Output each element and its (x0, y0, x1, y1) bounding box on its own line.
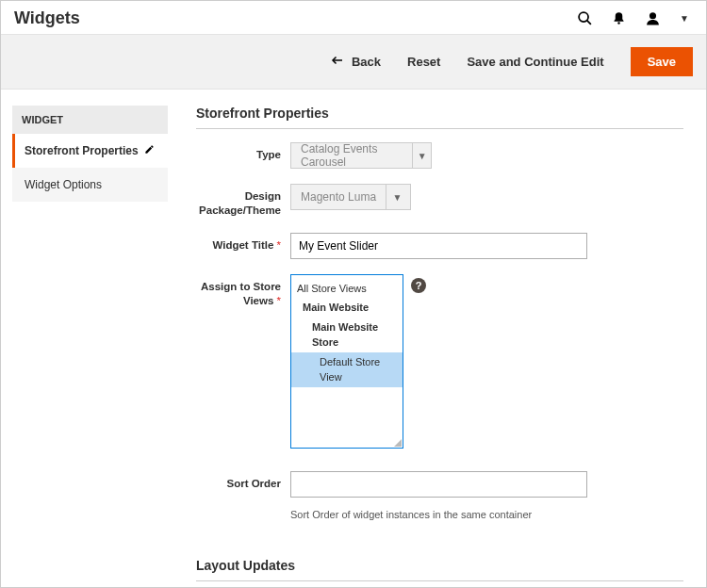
field-label-type: Type (196, 142, 290, 162)
field-assign-store-views: Assign to Store Views All Store Views Ma… (196, 274, 683, 449)
field-label-theme: Design Package/Theme (196, 184, 290, 218)
type-select[interactable]: Catalog Events Carousel ▼ (290, 142, 432, 169)
store-view-option-all[interactable]: All Store Views (291, 279, 403, 299)
sidebar-title: WIDGET (12, 106, 168, 134)
sidebar-item-label: Storefront Properties (25, 144, 139, 157)
sort-order-input[interactable] (290, 471, 587, 498)
section-title-layout: Layout Updates (196, 558, 683, 581)
section-title-storefront: Storefront Properties (196, 106, 683, 129)
page-header: Widgets ▼ (1, 1, 706, 34)
store-view-option-default[interactable]: Default Store View (291, 352, 403, 387)
sidebar-item-widget-options[interactable]: Widget Options (12, 168, 168, 202)
field-label-sort-order: Sort Order (196, 471, 290, 491)
sort-order-helper: Sort Order of widget instances in the sa… (290, 509, 532, 520)
svg-line-1 (587, 21, 591, 24)
save-continue-button[interactable]: Save and Continue Edit (467, 55, 603, 69)
layout-updates-section: Layout Updates Add Layout Update (196, 558, 683, 588)
field-widget-title: Widget Title (196, 233, 683, 259)
arrow-left-icon (331, 55, 344, 69)
main-content: Storefront Properties Type Catalog Event… (196, 106, 693, 588)
type-value: Catalog Events Carousel (291, 142, 412, 169)
actions-bar: Back Reset Save and Continue Edit Save (1, 34, 706, 90)
svg-point-0 (579, 12, 588, 22)
store-views-select[interactable]: All Store Views Main Website Main Websit… (290, 274, 403, 449)
widget-title-input[interactable] (290, 233, 587, 259)
header-icons: ▼ (577, 10, 689, 26)
chevron-down-icon: ▼ (386, 185, 408, 209)
chevron-down-icon: ▼ (412, 143, 431, 168)
page-title: Widgets (14, 8, 80, 28)
field-type: Type Catalog Events Carousel ▼ (196, 142, 683, 169)
sidebar-item-label: Widget Options (25, 178, 102, 191)
save-button[interactable]: Save (631, 47, 693, 76)
field-sort-order: Sort Order Sort Order of widget instance… (196, 471, 683, 520)
svg-point-2 (617, 22, 620, 24)
search-icon[interactable] (577, 10, 593, 26)
reset-button[interactable]: Reset (407, 55, 440, 69)
field-label-assign: Assign to Store Views (196, 274, 290, 308)
sidebar-item-storefront-properties[interactable]: Storefront Properties (12, 134, 168, 168)
field-theme: Design Package/Theme Magento Luma ▼ (196, 184, 683, 218)
theme-value: Magento Luma (291, 190, 386, 204)
store-view-option-website[interactable]: Main Website (291, 298, 403, 318)
back-button[interactable]: Back (331, 55, 381, 69)
help-icon[interactable]: ? (411, 278, 426, 293)
theme-select[interactable]: Magento Luma ▼ (290, 184, 411, 210)
edit-icon (144, 144, 155, 157)
store-view-option-store[interactable]: Main Website Store (291, 318, 403, 352)
sidebar: WIDGET Storefront Properties Widget Opti… (12, 106, 168, 588)
account-dropdown-caret-icon[interactable]: ▼ (680, 13, 689, 24)
field-label-widget-title: Widget Title (196, 233, 290, 253)
svg-point-3 (649, 12, 656, 19)
notifications-icon[interactable] (612, 11, 626, 25)
back-label: Back (352, 55, 381, 69)
account-icon[interactable] (645, 10, 661, 26)
